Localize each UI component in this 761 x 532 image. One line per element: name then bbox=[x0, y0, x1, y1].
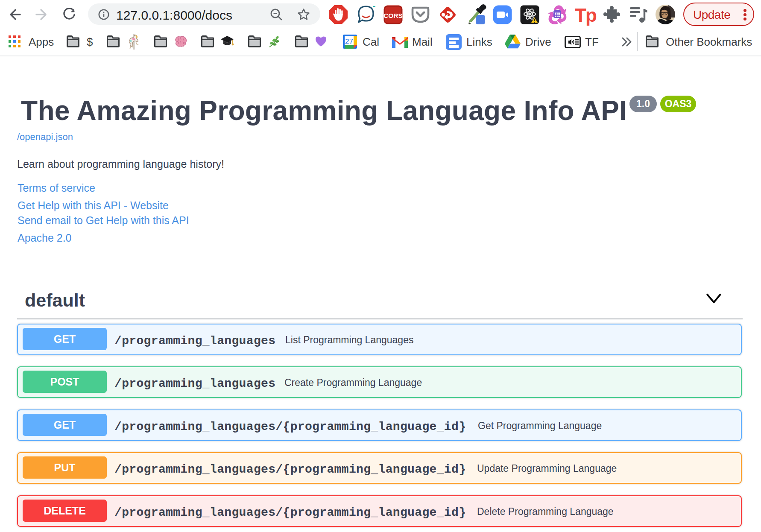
svg-text:CORS: CORS bbox=[383, 12, 403, 19]
svg-text:27: 27 bbox=[345, 38, 353, 46]
